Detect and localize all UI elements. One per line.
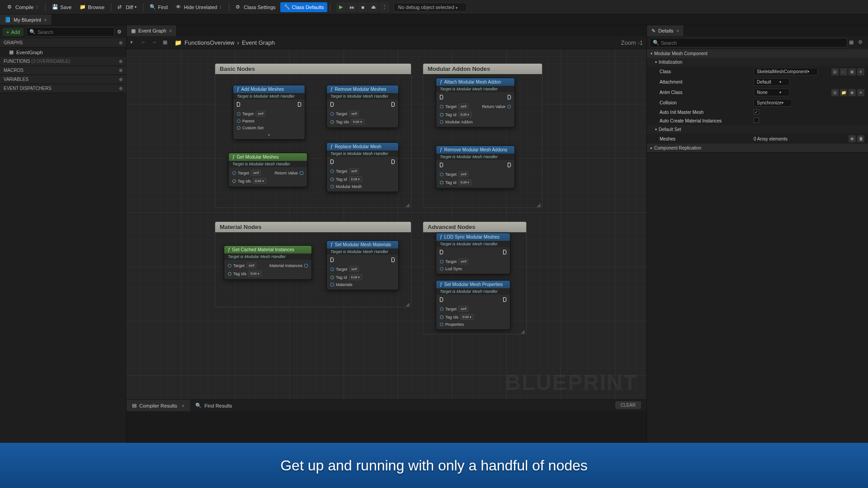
- browse-button[interactable]: 📁Browse: [76, 2, 108, 12]
- folder-icon[interactable]: 📁: [840, 89, 847, 96]
- search-input[interactable]: [38, 29, 111, 35]
- add-icon[interactable]: ⊕: [849, 68, 856, 75]
- target-pin[interactable]: Targetself: [237, 111, 301, 117]
- group-header[interactable]: Advanced Nodes: [423, 222, 526, 232]
- add-function-icon[interactable]: ⊕: [119, 59, 123, 64]
- autocreate-checkbox[interactable]: [754, 117, 759, 123]
- target-pin[interactable]: Targetself: [232, 170, 261, 176]
- class-dropdown[interactable]: SkeletalMeshComponent▾: [754, 68, 818, 75]
- materials-pin[interactable]: Materials: [330, 282, 395, 287]
- grid-view-icon[interactable]: ▦: [849, 39, 856, 47]
- section-macros[interactable]: MACROS⊕: [0, 66, 126, 75]
- blueprint-search[interactable]: 🔍: [26, 27, 114, 37]
- play-options-button[interactable]: ⋮: [379, 2, 389, 12]
- tagid-pin[interactable]: Tag IdEdit▾: [440, 179, 511, 185]
- tagid-pin[interactable]: Tag IdEdit▾: [440, 112, 511, 117]
- animclass-dropdown[interactable]: None▾: [754, 89, 790, 96]
- section-component-replication[interactable]: ▸Component Replication: [647, 144, 868, 152]
- clear-icon[interactable]: ×: [857, 89, 864, 96]
- target-pin[interactable]: Targetself: [440, 103, 468, 109]
- group-header[interactable]: Material Nodes: [215, 222, 411, 232]
- target-pin[interactable]: Targetself: [330, 266, 395, 272]
- node-header[interactable]: ƒSet Modular Mesh Materials: [327, 241, 398, 249]
- node-remove-modular-meshes[interactable]: ƒRemove Modular Meshes Target is Modular…: [326, 85, 399, 128]
- tab-event-graph[interactable]: ▦ Event Graph ×: [127, 25, 177, 36]
- clear-button[interactable]: CLEAR: [615, 401, 641, 409]
- add-graph-icon[interactable]: ⊕: [119, 40, 123, 45]
- tagid-pin[interactable]: Tag IdEdit▾: [330, 176, 395, 182]
- node-header[interactable]: ƒLOD Sync Modular Meshes: [436, 233, 510, 241]
- exec-in-pin[interactable]: [237, 102, 240, 107]
- exec-in-pin[interactable]: [440, 95, 443, 99]
- resize-handle[interactable]: ◢: [406, 202, 410, 206]
- find-button[interactable]: 🔍Find: [146, 2, 171, 12]
- close-icon[interactable]: ×: [169, 28, 172, 33]
- section-default-set[interactable]: ▾Default Set: [647, 125, 868, 134]
- play-button[interactable]: ▶: [336, 2, 346, 12]
- hide-unrelated-button[interactable]: 👁Hide Unrelated⋮: [172, 2, 226, 12]
- settings-icon[interactable]: ⚙: [117, 29, 123, 35]
- section-dispatchers[interactable]: EVENT DISPATCHERS⊕: [0, 84, 126, 93]
- node-header[interactable]: ƒRemove Modular Mesh Addons: [436, 146, 514, 154]
- class-defaults-button[interactable]: 🔧Class Defaults: [280, 2, 328, 12]
- node-add-modular-meshes[interactable]: ƒAdd Modular Meshes Target is Modular Me…: [233, 85, 305, 140]
- modularaddon-pin[interactable]: Modular Addon: [440, 120, 511, 124]
- eject-button[interactable]: ⏏: [368, 2, 378, 12]
- autoinit-checkbox[interactable]: [754, 109, 759, 115]
- node-remove-addons[interactable]: ƒRemove Modular Mesh Addons Target is Mo…: [436, 145, 515, 188]
- clear-icon[interactable]: ×: [857, 68, 864, 75]
- node-set-properties[interactable]: ƒSet Modular Mesh Properties Target is M…: [436, 280, 510, 330]
- node-set-materials[interactable]: ƒSet Modular Mesh Materials Target is Mo…: [326, 240, 399, 290]
- exec-out-pin[interactable]: [392, 258, 395, 262]
- tagids-pin[interactable]: Tag IdsEdit▾: [232, 178, 303, 184]
- graph-canvas[interactable]: BLUEPRINT Basic Nodes ◢ Modular Addon No…: [127, 50, 646, 399]
- tab-find-results[interactable]: 🔍Find Results: [190, 400, 237, 411]
- add-variable-icon[interactable]: ⊕: [119, 77, 123, 82]
- group-header[interactable]: Basic Nodes: [215, 64, 411, 74]
- properties-pin[interactable]: Properties: [440, 322, 506, 327]
- resize-handle[interactable]: ◢: [537, 202, 541, 206]
- exec-out-pin[interactable]: [392, 160, 395, 164]
- browse-icon[interactable]: ⊙: [831, 89, 839, 96]
- tagid-pin[interactable]: Tag IdEdit▾: [330, 274, 395, 280]
- expand-icon[interactable]: ▴: [237, 132, 301, 136]
- resize-handle[interactable]: ◢: [521, 328, 525, 333]
- collision-dropdown[interactable]: Synchronize▾: [754, 99, 792, 107]
- class-settings-button[interactable]: ⚙Class Settings: [232, 2, 279, 12]
- return-pin[interactable]: Return Value: [482, 103, 511, 109]
- forward-icon[interactable]: →: [152, 39, 159, 47]
- close-icon[interactable]: ×: [676, 28, 679, 33]
- stop-button[interactable]: ■: [358, 2, 368, 12]
- close-icon[interactable]: ×: [182, 403, 184, 408]
- materials-out-pin[interactable]: Material Instances: [269, 263, 308, 268]
- save-button[interactable]: 💾Save: [48, 2, 75, 12]
- target-pin[interactable]: Targetself: [330, 168, 395, 174]
- node-header[interactable]: ƒReplace Modular Mesh: [327, 143, 398, 150]
- modularmesh-pin[interactable]: Modular Mesh: [330, 184, 395, 189]
- add-macro-icon[interactable]: ⊕: [119, 68, 123, 73]
- node-replace-modular-mesh[interactable]: ƒReplace Modular Mesh Target is Modular …: [326, 142, 399, 192]
- close-icon[interactable]: ×: [44, 17, 47, 23]
- section-initialization[interactable]: ▾Initialization: [647, 58, 868, 66]
- breadcrumb-parent[interactable]: FunctionsOverview: [184, 39, 235, 46]
- node-get-modular-meshes[interactable]: ƒGet Modular Meshes Target is Modular Me…: [228, 153, 307, 187]
- details-search-input[interactable]: [661, 40, 844, 46]
- breadcrumb-current[interactable]: Event Graph: [242, 39, 275, 46]
- tagids-pin[interactable]: Tag IdsEdit▾: [330, 119, 395, 125]
- parent-pin[interactable]: Parent: [237, 119, 301, 123]
- lodsync-pin[interactable]: Lod Sync: [440, 267, 506, 271]
- step-button[interactable]: ⏭: [347, 2, 357, 12]
- dropdown-icon[interactable]: ▾: [130, 39, 137, 47]
- return-pin[interactable]: Return Value: [274, 170, 303, 176]
- node-header[interactable]: ƒGet Modular Meshes: [229, 153, 307, 161]
- exec-out-pin[interactable]: [508, 163, 511, 167]
- exec-in-pin[interactable]: [330, 102, 334, 107]
- diff-button[interactable]: ⇄Diff▾: [114, 2, 140, 12]
- exec-in-pin[interactable]: [330, 160, 334, 164]
- browse-icon[interactable]: ⊙: [831, 68, 839, 75]
- node-header[interactable]: ƒSet Modular Mesh Properties: [436, 281, 510, 288]
- customset-pin[interactable]: Custom Set: [237, 126, 301, 130]
- node-header[interactable]: ƒAdd Modular Meshes: [233, 85, 305, 93]
- exec-in-pin[interactable]: [440, 163, 443, 167]
- section-functions[interactable]: FUNCTIONS (3 OVERRIDABLE)⊕: [0, 57, 126, 66]
